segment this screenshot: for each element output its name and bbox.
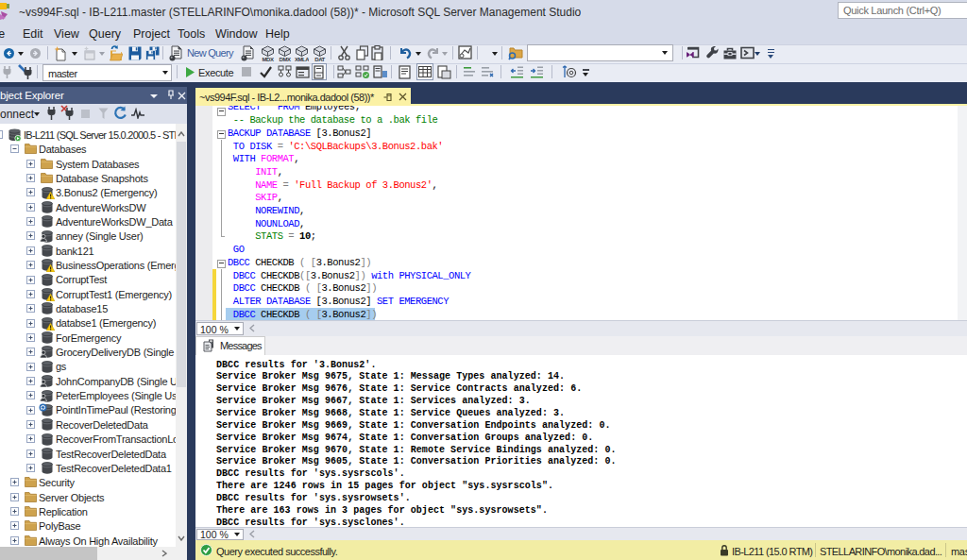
svg-text:DAT: DAT (314, 57, 325, 62)
svg-text:DMX: DMX (280, 57, 291, 62)
svg-text:XMLA: XMLA (295, 57, 309, 62)
svg-text:MDX: MDX (263, 57, 274, 62)
